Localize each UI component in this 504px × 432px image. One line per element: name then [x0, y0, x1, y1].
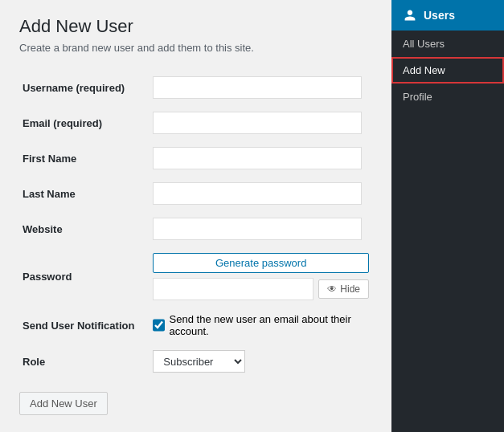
sidebar: Users All Users Add New Profile: [391, 0, 504, 432]
role-label: Role: [19, 344, 150, 379]
password-label: Password: [19, 247, 150, 307]
password-input[interactable]: [153, 278, 313, 300]
hide-password-button[interactable]: 👁 Hide: [318, 279, 369, 299]
email-row: Email (required): [19, 105, 372, 141]
sidebar-link-profile[interactable]: Profile: [391, 84, 504, 110]
lastname-input[interactable]: [153, 182, 362, 205]
sidebar-header: Users: [391, 0, 504, 31]
email-input[interactable]: [153, 112, 362, 134]
sidebar-item-all-users[interactable]: All Users: [391, 31, 504, 57]
lastname-row: Last Name: [19, 176, 372, 211]
username-label: Username (required): [19, 70, 150, 105]
website-label: Website: [19, 211, 150, 247]
role-select[interactable]: Subscriber Contributor Author Editor Adm…: [153, 350, 245, 373]
sidebar-menu: All Users Add New Profile: [391, 31, 504, 110]
username-row: Username (required): [19, 70, 372, 105]
eye-icon: 👁: [327, 283, 337, 295]
generate-password-button[interactable]: Generate password: [153, 253, 369, 273]
add-new-user-button[interactable]: Add New User: [19, 392, 108, 415]
password-field-wrap: 👁 Hide: [153, 278, 369, 300]
page-title: Add New User: [19, 16, 372, 37]
hide-label: Hide: [340, 283, 360, 295]
password-controls: Generate password 👁 Hide: [153, 253, 369, 300]
firstname-input[interactable]: [153, 147, 362, 169]
notification-checkbox[interactable]: [153, 319, 164, 332]
sidebar-link-all-users[interactable]: All Users: [391, 31, 504, 57]
firstname-label: First Name: [19, 141, 150, 176]
email-label: Email (required): [19, 105, 150, 141]
sidebar-link-add-new[interactable]: Add New: [391, 57, 504, 84]
main-content: Add New User Create a brand new user and…: [0, 0, 391, 432]
notification-text: Send the new user an email about their a…: [170, 313, 369, 337]
sidebar-title: Users: [424, 9, 455, 22]
role-row: Role Subscriber Contributor Author Edito…: [19, 344, 372, 379]
sidebar-item-profile[interactable]: Profile: [391, 84, 504, 110]
website-input[interactable]: [153, 218, 362, 240]
page-subtitle: Create a brand new user and add them to …: [19, 42, 372, 54]
lastname-label: Last Name: [19, 176, 150, 211]
form-table: Username (required) Email (required) Fir…: [19, 70, 372, 379]
firstname-row: First Name: [19, 141, 372, 176]
website-row: Website: [19, 211, 372, 247]
password-row: Password Generate password 👁 Hide: [19, 247, 372, 307]
notification-label: Send User Notification: [19, 307, 150, 344]
username-input[interactable]: [153, 76, 362, 99]
notification-row: Send User Notification Send the new user…: [19, 307, 372, 344]
users-icon: [403, 8, 417, 22]
sidebar-item-add-new[interactable]: Add New: [391, 57, 504, 84]
notification-wrap: Send the new user an email about their a…: [153, 313, 369, 337]
